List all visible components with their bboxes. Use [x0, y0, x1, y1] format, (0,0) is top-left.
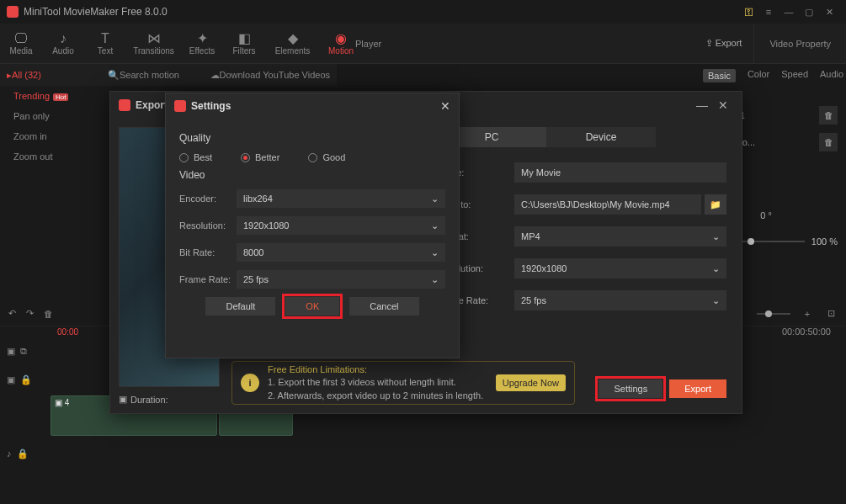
filters-icon: ◧	[223, 31, 265, 46]
duration-time: 00:00:50:00	[782, 326, 831, 337]
tab-transitions[interactable]: ⋈Transitions	[126, 31, 181, 56]
minimize-icon[interactable]: —	[779, 2, 799, 22]
settings-button[interactable]: Settings	[599, 379, 662, 398]
dialog-logo-icon	[119, 99, 130, 111]
filter-zoom-in[interactable]: Zoom in	[0, 126, 101, 146]
bitrate-select[interactable]: 8000⌄	[237, 243, 445, 262]
settings-dialog: Settings ✕ Quality Best Better Good Vide…	[165, 93, 460, 358]
radio-good[interactable]: Good	[308, 152, 345, 162]
chevron-down-icon: ⌄	[712, 263, 720, 274]
close-settings-icon[interactable]: ✕	[440, 99, 450, 113]
filter-zoom-out[interactable]: Zoom out	[0, 146, 101, 167]
framerate-select[interactable]: 25 fps⌄	[237, 270, 445, 289]
player-bar: Player ⇪ Export Video Property	[345, 24, 846, 64]
filter-trending[interactable]: TrendingHot	[0, 86, 101, 106]
playhead-time: 00:00	[57, 327, 78, 337]
filter-all[interactable]: ▸ All (32)	[0, 64, 101, 86]
limitations-header: Free Edition Limitations:	[268, 363, 496, 376]
delete-icon[interactable]: 🗑	[44, 309, 53, 319]
ok-button[interactable]: OK	[285, 297, 339, 316]
search-icon: 🔍	[108, 70, 120, 81]
media-icon: 🖵	[0, 31, 42, 46]
transitions-icon: ⋈	[126, 31, 181, 46]
track-audio: ♪🔒	[0, 439, 846, 468]
maximize-icon[interactable]: ▢	[799, 2, 819, 22]
prop-tab-audio[interactable]: Audio	[820, 69, 843, 82]
delete-icon[interactable]: 🗑	[819, 106, 838, 125]
upgrade-button[interactable]: Upgrade Now	[496, 374, 566, 391]
tab-effects[interactable]: ✦Effects	[181, 31, 223, 56]
chevron-down-icon: ⌄	[431, 247, 439, 258]
audio-icon[interactable]: ♪	[7, 448, 12, 459]
default-button[interactable]: Default	[205, 297, 275, 316]
close-dialog-icon[interactable]: ✕	[713, 98, 733, 112]
format-select[interactable]: MP4⌄	[514, 226, 726, 247]
resolution-select[interactable]: 1920x1080⌄	[237, 216, 445, 235]
settings-title: Settings	[191, 100, 440, 112]
quality-section-label: Quality	[179, 132, 445, 144]
framerate-label: Frame Rate:	[179, 274, 237, 284]
effect-icon[interactable]: ▣	[7, 374, 15, 385]
resolution-select[interactable]: 1920x1080⌄	[514, 258, 726, 279]
undo-icon[interactable]: ↶	[8, 308, 16, 319]
tab-elements[interactable]: ◆Elements	[265, 31, 320, 56]
prop-tab-basic[interactable]: Basic	[703, 69, 736, 82]
dialog-title: Export	[136, 99, 168, 111]
text-icon: T	[84, 31, 126, 46]
slider-knob[interactable]	[748, 238, 754, 245]
zoom-knob[interactable]	[765, 310, 772, 317]
chevron-down-icon: ⌄	[431, 220, 439, 231]
tab-text[interactable]: TText	[84, 31, 126, 56]
download-icon: ☁	[210, 70, 220, 81]
encoder-select[interactable]: libx264⌄	[237, 189, 445, 208]
limitations-line1: 1. Export the first 3 videos without len…	[268, 376, 496, 389]
export-button[interactable]: ⇪ Export	[694, 38, 754, 49]
radio-better[interactable]: Better	[241, 152, 279, 162]
saveto-input[interactable]	[514, 194, 701, 215]
property-tabs: Basic Color Speed Audio	[694, 69, 846, 82]
download-youtube-link[interactable]: Download YouTube Videos	[220, 70, 331, 80]
close-icon[interactable]: ✕	[819, 2, 839, 22]
filter-pan-only[interactable]: Pan only	[0, 106, 101, 126]
folder-icon[interactable]: 📁	[705, 194, 726, 215]
chevron-down-icon: ⌄	[712, 231, 720, 242]
radio-best[interactable]: Best	[179, 152, 212, 162]
tab-media[interactable]: 🖵Media	[0, 31, 42, 56]
minimize-dialog-icon[interactable]: —	[691, 98, 713, 112]
copy-icon[interactable]: ⧉	[20, 346, 27, 357]
zoom-in-icon[interactable]: +	[801, 307, 814, 321]
framerate-select[interactable]: 25 fps⌄	[514, 290, 726, 310]
overlay-icon[interactable]: ▣	[7, 346, 15, 357]
name-input[interactable]	[514, 162, 726, 183]
chevron-down-icon: ⌄	[712, 295, 720, 306]
zoom-slider[interactable]	[757, 313, 790, 315]
tab-device[interactable]: Device	[546, 127, 656, 147]
motion-filter-panel: ▸ All (32) TrendingHot Pan only Zoom in …	[0, 64, 101, 167]
key-icon[interactable]: ⚿	[738, 2, 758, 22]
elements-icon: ◆	[265, 31, 320, 46]
video-section-label: Video	[179, 169, 445, 181]
tab-audio[interactable]: ♪Audio	[42, 31, 84, 56]
zoom-fit-icon[interactable]: ⊡	[824, 307, 838, 321]
opacity-value: 100 %	[811, 236, 838, 247]
export-confirm-button[interactable]: Export	[669, 379, 726, 398]
menu-icon[interactable]: ≡	[758, 2, 779, 22]
app-logo-icon	[7, 6, 19, 18]
redo-icon[interactable]: ↷	[26, 308, 34, 319]
clock-icon: ▣	[119, 394, 127, 405]
lock-icon[interactable]: 🔒	[20, 374, 32, 385]
quality-radio-group: Best Better Good	[179, 152, 445, 162]
chevron-down-icon: ⌄	[431, 274, 439, 285]
cancel-button[interactable]: Cancel	[349, 297, 418, 316]
lock-icon[interactable]: 🔒	[17, 448, 29, 459]
duration-row: ▣Duration:	[119, 394, 220, 405]
limitations-banner: i Free Edition Limitations: 1. Export th…	[231, 361, 575, 405]
search-placeholder[interactable]: Search motion	[120, 70, 210, 80]
delete-icon[interactable]: 🗑	[819, 133, 838, 151]
video-property-label: Video Property	[753, 24, 846, 64]
prop-tab-speed[interactable]: Speed	[781, 69, 808, 82]
prop-tab-color[interactable]: Color	[748, 69, 769, 82]
chevron-down-icon: ⌄	[431, 194, 439, 204]
audio-icon: ♪	[42, 31, 84, 46]
tab-filters[interactable]: ◧Filters	[223, 31, 265, 56]
